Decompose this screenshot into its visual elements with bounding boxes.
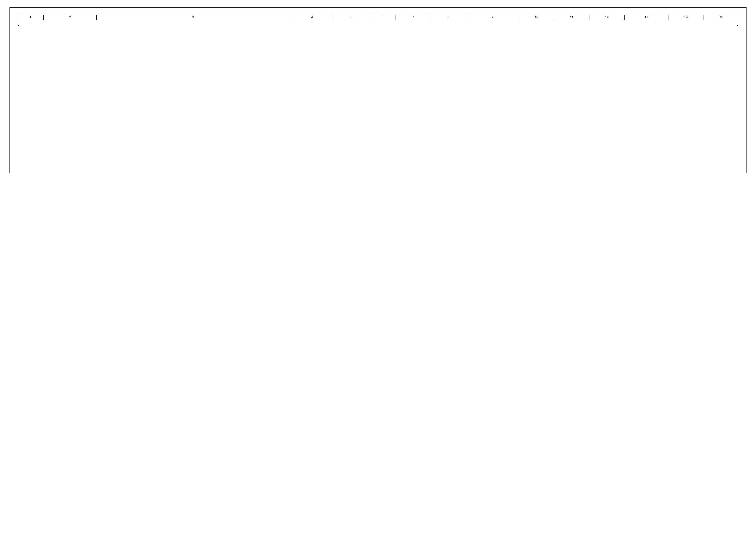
col-header-6: 6 (369, 15, 396, 20)
bottom-bar: └ ┘ (17, 24, 739, 28)
col-header-10: 10 (519, 15, 554, 20)
main-table: 1 2 3 4 5 6 7 8 9 10 11 12 13 14 15 (17, 15, 739, 20)
col-header-15: 15 (704, 15, 739, 20)
col-header-7: 7 (396, 15, 431, 20)
col-header-5: 5 (334, 15, 369, 20)
col-header-14: 14 (669, 15, 704, 20)
col-header-4: 4 (290, 15, 334, 20)
col-header-13: 13 (624, 15, 668, 20)
col-header-1: 1 (17, 15, 44, 20)
col-header-3: 3 (96, 15, 290, 20)
col-header-9: 9 (466, 15, 519, 20)
col-header-12: 12 (589, 15, 624, 20)
col-header-2: 2 (44, 15, 97, 20)
table-header-row: 1 2 3 4 5 6 7 8 9 10 11 12 13 14 15 (17, 15, 739, 20)
bottom-left: └ (17, 24, 19, 28)
page: 1 2 3 4 5 6 7 8 9 10 11 12 13 14 15 └ ┘ (9, 7, 747, 173)
col-header-8: 8 (431, 15, 466, 20)
bottom-right: ┘ (737, 24, 739, 28)
col-header-11: 11 (554, 15, 589, 20)
